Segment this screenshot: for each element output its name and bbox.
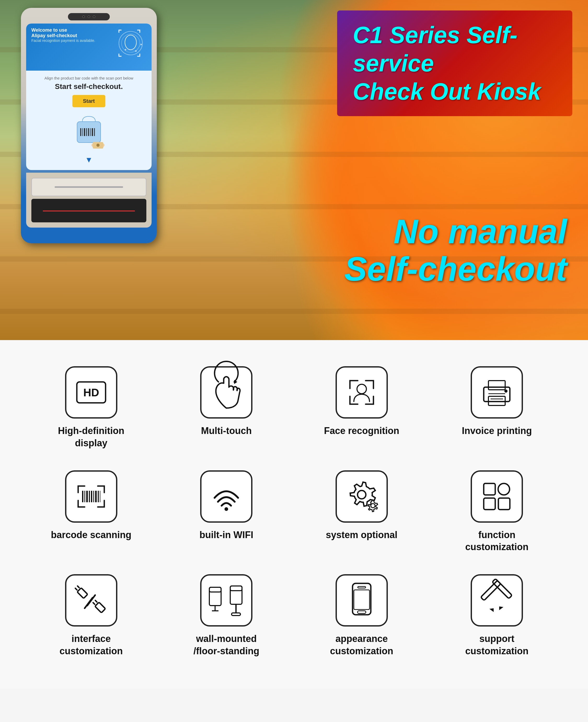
tagline: No manual Self-checkout — [344, 213, 567, 288]
wifi-label: built-in WIFI — [200, 529, 253, 541]
function-customization-label: functioncustomization — [465, 529, 528, 554]
hd-icon: HD — [74, 379, 108, 405]
svg-rect-53 — [209, 587, 221, 606]
svg-point-23 — [357, 384, 366, 394]
svg-line-52 — [95, 600, 97, 602]
svg-rect-15 — [92, 128, 93, 136]
svg-rect-37 — [95, 491, 97, 502]
face-scan-area — [115, 29, 146, 65]
hero-title: C1 Series Self-service Check Out Kiosk — [353, 21, 556, 106]
svg-rect-60 — [232, 613, 240, 616]
kiosk-printer-slot — [55, 186, 123, 188]
multi-touch-label: Multi-touch — [201, 425, 252, 437]
kiosk-screen: Welcome to use Alipay self-checkout Faci… — [26, 23, 152, 170]
kiosk-screen-top: Welcome to use Alipay self-checkout Faci… — [26, 23, 152, 71]
kiosk-camera-bar — [68, 13, 110, 20]
svg-rect-45 — [484, 498, 495, 509]
face-recognition-label: Face recognition — [324, 425, 399, 437]
svg-point-40 — [225, 507, 228, 511]
svg-rect-50 — [95, 602, 105, 613]
svg-marker-66 — [489, 606, 496, 613]
kiosk-scanner-box — [31, 199, 146, 222]
plug-icon — [73, 583, 109, 617]
feature-wall-floor: wall-mounted/floor-standing — [167, 574, 287, 657]
camera-dot-1 — [82, 16, 85, 18]
wifi-icon-box — [200, 470, 252, 523]
svg-rect-34 — [89, 491, 90, 502]
svg-line-48 — [75, 588, 77, 590]
svg-rect-65 — [481, 580, 501, 600]
face-icon — [345, 375, 379, 409]
kiosk-checkout-title: Start self-checkout. — [31, 82, 146, 91]
svg-point-41 — [357, 490, 366, 499]
camera-dot-2 — [87, 16, 90, 18]
svg-rect-39 — [100, 491, 100, 502]
kiosk-printer — [31, 178, 146, 196]
svg-point-19 — [97, 144, 100, 147]
feature-system-optional: system optional — [302, 470, 422, 554]
wall-floor-label: wall-mounted/floor-standing — [193, 633, 259, 657]
svg-rect-36 — [93, 491, 94, 502]
wifi-icon — [208, 481, 245, 512]
svg-rect-35 — [91, 491, 92, 502]
tagline-line2: Self-checkout — [344, 250, 567, 288]
svg-rect-62 — [358, 586, 365, 588]
svg-marker-68 — [497, 604, 503, 610]
appearance-label: appearancecustomization — [330, 633, 393, 657]
kiosk-screen-mid: Align the product bar code with the scan… — [26, 71, 152, 169]
touch-icon — [211, 374, 242, 411]
barcode-icon — [73, 481, 109, 512]
title-box: C1 Series Self-service Check Out Kiosk — [337, 11, 572, 116]
system-optional-icon-box — [336, 470, 388, 523]
gear-icon — [343, 480, 380, 514]
barcode-scanning-label: barcode scanning — [51, 529, 131, 541]
mount-icon — [205, 582, 247, 619]
kiosk-barcode-area — [31, 107, 146, 155]
feature-multi-touch: Multi-touch — [167, 366, 287, 449]
svg-rect-14 — [90, 128, 91, 136]
svg-rect-12 — [86, 128, 87, 136]
barcode-scanning-icon-box — [65, 470, 117, 523]
feature-hd-display: HD High-definitiondisplay — [31, 366, 151, 449]
svg-point-30 — [504, 389, 507, 393]
support-label: supportcustomization — [465, 633, 528, 657]
interface-icon-box — [65, 574, 117, 626]
svg-rect-57 — [230, 586, 242, 604]
kiosk-device-container: Welcome to use Alipay self-checkout Faci… — [21, 8, 157, 243]
face-recognition-icon-box — [336, 366, 388, 419]
printer-icon — [479, 377, 515, 408]
kiosk-arrow: ▼ — [31, 155, 146, 164]
svg-point-42 — [371, 504, 375, 508]
svg-rect-43 — [484, 483, 495, 495]
grid-icon — [479, 478, 515, 515]
svg-rect-32 — [84, 491, 85, 502]
svg-rect-9 — [80, 128, 81, 136]
kiosk-scanner-line — [43, 210, 135, 212]
svg-rect-10 — [82, 128, 83, 136]
svg-rect-33 — [86, 491, 88, 502]
svg-rect-13 — [88, 128, 89, 136]
svg-line-51 — [93, 603, 94, 604]
svg-point-44 — [498, 483, 510, 495]
feature-wifi: built-in WIFI — [167, 470, 287, 554]
svg-rect-64 — [354, 590, 370, 609]
invoice-printing-icon-box — [471, 366, 523, 419]
svg-line-49 — [77, 586, 79, 587]
kiosk-instruction: Align the product bar code with the scan… — [31, 76, 146, 80]
svg-rect-63 — [357, 611, 366, 614]
svg-point-2 — [125, 35, 136, 50]
features-grid: HD High-definitiondisplay Multi-touch — [31, 366, 556, 657]
appearance-icon-box — [336, 574, 388, 626]
hero-section: C1 Series Self-service Check Out Kiosk N… — [0, 0, 588, 340]
feature-interface: interfacecustomization — [31, 574, 151, 657]
svg-rect-11 — [84, 128, 85, 136]
phone-icon — [346, 581, 377, 620]
multi-touch-icon-box — [200, 366, 252, 419]
svg-rect-58 — [230, 586, 242, 591]
svg-rect-38 — [98, 491, 99, 502]
svg-text:HD: HD — [83, 386, 99, 399]
kiosk-lower — [26, 173, 152, 227]
kiosk-device: Welcome to use Alipay self-checkout Faci… — [21, 8, 157, 243]
feature-face-recognition: Face recognition — [302, 366, 422, 449]
kiosk-start-button[interactable]: Start — [72, 95, 105, 107]
